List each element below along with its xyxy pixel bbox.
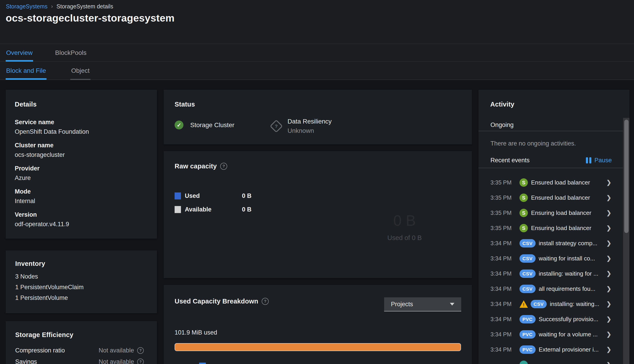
details-item: Cluster nameocs-storagecluster xyxy=(15,142,150,158)
event-message: waiting for install co... xyxy=(539,255,595,262)
chevron-right-icon[interactable]: ❯ xyxy=(606,210,611,216)
breakdown-by-dropdown[interactable]: Projects xyxy=(384,297,461,312)
details-item: Versionodf-operator.v4.11.9 xyxy=(15,211,150,228)
legend-value: 0 B xyxy=(242,206,251,213)
legend-swatch xyxy=(175,192,181,200)
storage-cluster-status-label: Storage Cluster xyxy=(190,122,234,129)
details-item-label: Provider xyxy=(15,165,150,172)
event-row[interactable]: 3:34 PMPVCSuccessfully provisio...❯ xyxy=(478,312,629,327)
chevron-right-icon[interactable]: ❯ xyxy=(606,270,611,277)
legend-swatch xyxy=(175,206,181,213)
event-row[interactable]: 3:34 PMCSVinstalling: waiting for ...❯ xyxy=(478,266,629,281)
help-icon[interactable]: ? xyxy=(262,298,269,305)
event-message: Ensuring load balancer xyxy=(531,224,591,232)
warning-icon: ! xyxy=(519,300,528,308)
chevron-right-icon[interactable]: ❯ xyxy=(606,316,611,323)
pause-button-label: Pause xyxy=(594,157,612,164)
tab-blockpools[interactable]: BlockPools xyxy=(55,44,87,62)
storage-efficiency-row: SavingsNot available? xyxy=(15,358,149,364)
breadcrumb-link-storagesystems[interactable]: StorageSystems xyxy=(6,3,47,10)
breadcrumb-separator-icon: › xyxy=(51,4,53,10)
inventory-card-title: Inventory xyxy=(15,260,45,268)
chevron-right-icon[interactable]: ❯ xyxy=(606,240,611,247)
details-item-value: ocs-storagecluster xyxy=(15,152,150,158)
data-resiliency-status: ? Data Resiliency Unknown xyxy=(270,118,332,134)
event-row[interactable]: 3:34 PMPVCwaiting for a volume ...❯ xyxy=(478,327,629,342)
csv-badge-icon: CSV xyxy=(519,254,536,263)
details-card: Details Service nameOpenShift Data Found… xyxy=(6,90,157,239)
tab-overview-label: Overview xyxy=(6,49,33,56)
legend-label: Used xyxy=(185,192,242,200)
help-icon[interactable]: ? xyxy=(137,347,144,354)
storage-cluster-status: ✓ Storage Cluster xyxy=(175,120,234,130)
event-time: 3:34 PM xyxy=(490,270,512,277)
details-card-title: Details xyxy=(15,101,37,108)
donut-value: 0 B xyxy=(359,212,450,229)
chevron-right-icon[interactable]: ❯ xyxy=(606,361,611,364)
details-item-label: Cluster name xyxy=(15,142,150,149)
pvc-badge-icon: PVC xyxy=(519,346,536,354)
primary-tab-bar: Overview BlockPools xyxy=(0,44,634,62)
inventory-item-link[interactable]: 3 Nodes xyxy=(15,273,150,280)
event-row[interactable]: 3:34 PMPVCExternal provisioner i...❯ xyxy=(478,342,629,357)
event-message: Ensured load balancer xyxy=(531,194,590,201)
csv-badge-icon: CSV xyxy=(531,300,547,308)
details-item-value-link[interactable]: OpenShift Data Foundation xyxy=(15,128,150,135)
event-time: 3:34 PM xyxy=(490,331,512,338)
csv-badge-icon: CSV xyxy=(519,285,536,293)
tab-object-label: Object xyxy=(71,67,90,74)
data-resiliency-status-label: Data Resiliency xyxy=(288,118,332,125)
unknown-question-icon: ? xyxy=(270,120,282,132)
details-item-label: Service name xyxy=(15,119,150,126)
used-capacity-breakdown-title: Used Capacity Breakdown xyxy=(175,298,258,305)
legend-value: 0 B xyxy=(242,192,251,200)
chevron-right-icon[interactable]: ❯ xyxy=(606,255,611,262)
event-time: 3:35 PM xyxy=(490,194,512,201)
event-time: 3:35 PM xyxy=(490,210,512,216)
page-title: ocs-storagecluster-storagesystem xyxy=(6,12,175,24)
s-badge-icon: S xyxy=(519,194,528,202)
event-row[interactable]: 3:35 PMSEnsured load balancer❯ xyxy=(478,175,629,190)
divider xyxy=(478,131,623,131)
inventory-list: 3 Nodes1 PersistentVolumeClaim1 Persiste… xyxy=(15,273,150,305)
help-icon[interactable]: ? xyxy=(220,163,227,170)
recent-events-header: Recent events Pause xyxy=(490,157,612,164)
secondary-tab-bar: Block and File Object xyxy=(0,62,634,80)
ongoing-empty-message: There are no ongoing activities. xyxy=(490,140,576,147)
storage-efficiency-card: Storage Efficiency Compression ratioNot … xyxy=(6,321,157,364)
event-message: install strategy comp... xyxy=(539,240,597,247)
event-row[interactable]: ❯ xyxy=(478,357,629,364)
pause-icon xyxy=(586,157,591,164)
efficiency-metric-value: Not available xyxy=(99,358,134,364)
tab-overview[interactable]: Overview xyxy=(6,44,33,62)
chevron-right-icon[interactable]: ❯ xyxy=(606,331,611,338)
event-row[interactable]: 3:35 PMSEnsuring load balancer❯ xyxy=(478,220,629,236)
used-capacity-breakdown-card: Used Capacity Breakdown ? Projects 101.9… xyxy=(164,285,472,364)
chevron-right-icon[interactable]: ❯ xyxy=(606,194,611,201)
help-icon[interactable]: ? xyxy=(137,358,144,364)
recent-events-list: 3:35 PMSEnsured load balancer❯3:35 PMSEn… xyxy=(478,175,629,364)
activity-scrollbar-thumb[interactable] xyxy=(624,120,628,233)
chevron-right-icon[interactable]: ❯ xyxy=(606,224,611,232)
pause-events-button[interactable]: Pause xyxy=(586,157,612,164)
chevron-right-icon[interactable]: ❯ xyxy=(606,346,611,353)
chevron-right-icon[interactable]: ❯ xyxy=(606,285,611,292)
event-row[interactable]: 3:34 PM!CSVinstalling: waiting...❯ xyxy=(478,296,629,312)
details-item: Service nameOpenShift Data Foundation xyxy=(15,119,150,135)
resource-badge-icon xyxy=(519,360,528,364)
event-row[interactable]: 3:34 PMCSVwaiting for install co...❯ xyxy=(478,251,629,266)
event-row[interactable]: 3:35 PMSEnsured load balancer❯ xyxy=(478,190,629,205)
event-message: installing: waiting for ... xyxy=(539,270,598,277)
tab-object[interactable]: Object xyxy=(71,62,90,80)
s-badge-icon: S xyxy=(519,209,528,217)
event-row[interactable]: 3:35 PMSEnsuring load balancer❯ xyxy=(478,205,629,220)
event-row[interactable]: 3:34 PMCSVinstall strategy comp...❯ xyxy=(478,236,629,251)
chevron-right-icon[interactable]: ❯ xyxy=(606,300,611,308)
event-row[interactable]: 3:34 PMCSVall requirements fou...❯ xyxy=(478,281,629,296)
chevron-right-icon[interactable]: ❯ xyxy=(606,179,611,186)
event-time: 3:34 PM xyxy=(490,286,512,292)
donut-caption: Used of 0 B xyxy=(359,234,450,242)
breadcrumb-current: StorageSystem details xyxy=(57,3,113,10)
tab-block-and-file[interactable]: Block and File xyxy=(6,62,46,80)
event-message: Ensured load balancer xyxy=(531,179,590,186)
